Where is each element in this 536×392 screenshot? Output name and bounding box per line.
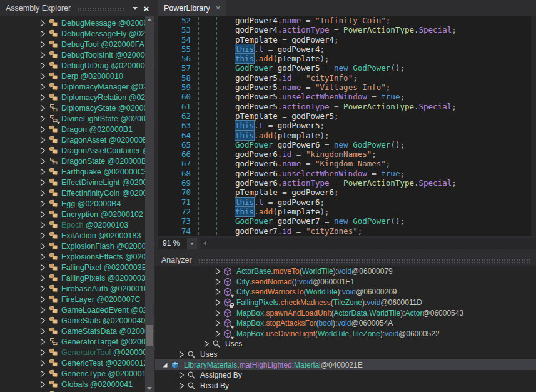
expander-collapsed-icon[interactable] [39,274,46,282]
tree-item-debuguidrag[interactable]: DebugUiDrag @020000FC [0,60,154,71]
expander-collapsed-icon[interactable] [39,243,46,250]
analyzer-row[interactable]: MapBox.spawnAndLoadUnit(ActorData, World… [155,308,536,318]
tree-item-debugmessage[interactable]: DebugMessage @020000F [0,18,154,28]
expander-collapsed-icon[interactable] [178,371,185,379]
code-line-64[interactable]: 64this.add(pTemplate); [158,131,536,140]
code-line-70[interactable]: 70pTemplate = godPower6; [158,188,536,197]
tree-item-egg[interactable]: Egg @020000B4 [0,198,154,209]
expander-collapsed-icon[interactable] [39,30,46,38]
zoom-dropdown-button[interactable] [187,238,197,249]
analyzer-row[interactable]: Assigned By [155,370,536,381]
expander-collapsed-icon[interactable] [39,285,46,293]
tree-item-effectinfinitycoin[interactable]: EffectInfinityCoin @02000 [0,188,154,198]
expander-collapsed-icon[interactable] [214,268,221,275]
expander-collapsed-icon[interactable] [39,232,46,239]
tree-item-diplomacystate[interactable]: DiplomacyState @020000 [0,103,154,113]
expander-collapsed-icon[interactable] [39,370,46,378]
expander-collapsed-icon[interactable] [39,359,46,367]
code-line-58[interactable]: 58godPower5.id = "cityInfo"; [158,73,536,83]
tree-item[interactable] [0,389,154,392]
tree-item-earthquake[interactable]: Earthquake @020000C3 [0,166,154,177]
code-line-66[interactable]: 66godPower6.id = "kingdomNames"; [158,149,536,159]
tree-item-effectdivinelight[interactable]: EffectDivineLight @02000 [0,177,154,188]
analyzer-row[interactable]: ♥MapBox.useDivineLight(WorldTile, TileZo… [155,329,536,339]
code-editor[interactable]: 52godPower4.name = "Infinity Coin";53god… [158,16,536,236]
analyzer-row[interactable]: ♥MapBox.stopAttacksFor(bool) : void @060… [155,318,536,329]
analyzer-header[interactable]: Analyzer [155,254,536,266]
expander-collapsed-icon[interactable] [39,62,46,69]
expander-collapsed-icon[interactable] [214,288,221,296]
tree-item-divinelightstate[interactable]: ♥DivineLightState @020000 [0,113,154,124]
zoom-value[interactable]: 91 % [158,238,187,249]
expander-collapsed-icon[interactable] [39,126,46,133]
expander-collapsed-icon[interactable] [39,168,46,176]
scroll-down-icon[interactable] [147,387,152,390]
code-line-54[interactable]: 54pTemplate = godPower4; [158,35,536,44]
tree-item-encryption[interactable]: Encryption @02000102 [0,209,154,219]
this-reference[interactable]: this [235,121,254,130]
expander-collapsed-icon[interactable] [214,278,221,286]
expander-collapsed-icon[interactable] [39,221,46,229]
expander-collapsed-icon[interactable] [39,200,46,208]
expander-collapsed-icon[interactable] [214,299,221,306]
tree-item-dragonassetcontainer[interactable]: DragonAssetContainer @0 [0,145,154,156]
code-line-69[interactable]: 69godPower6.actionType = PowerActionType… [158,178,536,188]
code-line-68[interactable]: 68godPower6.unselectWhenWindow = true; [158,169,536,178]
expander-collapsed-icon[interactable] [39,306,46,314]
expander-collapsed-icon[interactable] [39,83,46,91]
analyzer-row[interactable]: Uses [155,349,536,360]
expander-collapsed-icon[interactable] [39,136,46,144]
expander-collapsed-icon[interactable] [39,328,46,335]
code-line-52[interactable]: 52godPower4.name = "Infinity Coin"; [158,16,536,25]
this-reference[interactable]: this [235,207,254,216]
analyzer-row[interactable]: City.sendNomad() : void @060001E1 [155,277,536,288]
expander-collapsed-icon[interactable] [178,351,185,358]
code-line-60[interactable]: 60godPower5.unselectWhenWindow = true; [158,92,536,101]
code-line-72[interactable]: 72this.add(pTemplate); [158,207,536,216]
expander-expanded-icon[interactable] [161,361,169,369]
analyzer-row[interactable]: Read By [155,381,536,391]
code-line-57[interactable]: 57GodPower godPower5 = new GodPower(); [158,63,536,73]
this-reference[interactable]: this [235,44,254,54]
tree-scrollbar[interactable] [145,16,154,392]
this-reference[interactable]: this [235,54,254,63]
editor-vertical-scrollbar[interactable] [531,16,536,236]
expander-collapsed-icon[interactable] [39,51,46,59]
analyzer-row[interactable]: LibraryMaterials.matHighLighted : Materi… [155,359,536,370]
this-reference[interactable]: this [235,198,254,207]
zoom-select[interactable]: 91 % [158,238,197,249]
tree-item-dragonasset[interactable]: DragonAsset @020000B3 [0,134,154,145]
code-line-56[interactable]: 56this.add(pTemplate); [158,54,536,63]
scrollbar-thumb[interactable] [146,325,153,346]
tree-item-gamestats[interactable]: GameStats @02000040 [0,315,154,326]
code-line-61[interactable]: 61godPower5.actionType = PowerActionType… [158,102,536,111]
editor-horizontal-scrollbar[interactable] [201,238,536,249]
code-line-55[interactable]: 55this.t = godPower4; [158,44,536,54]
expander-collapsed-icon[interactable] [39,338,46,346]
tree-item-derp[interactable]: Derp @02000010 [0,71,154,81]
tree-item-dragonstate[interactable]: DragonState @020000B0 [0,156,154,166]
analyzer-row[interactable]: ♥City.sendWarriorsTo(WorldTile) : void @… [155,287,536,298]
tree-item-gamestatsdata[interactable]: GameStatsData @0200003 [0,326,154,336]
this-reference[interactable]: this [235,131,254,140]
expander-collapsed-icon[interactable] [39,211,46,218]
tab-close-icon[interactable]: × [216,3,221,13]
expander-collapsed-icon[interactable] [39,296,46,303]
expander-collapsed-icon[interactable] [178,382,185,389]
tree-item-firelayer[interactable]: FireLayer @0200007C [0,294,154,304]
expander-collapsed-icon[interactable] [39,349,46,356]
panel-close-button[interactable]: × [141,3,152,14]
expander-collapsed-icon[interactable] [39,94,46,101]
tree-item-explosionseffects[interactable]: ExplosionsEffects @02000 [0,251,154,262]
panel-menu-button[interactable] [129,3,141,14]
tree-item-debugtool[interactable]: DebugTool @020000FA [0,39,154,49]
expander-collapsed-icon[interactable] [39,147,46,154]
scroll-up-icon[interactable] [147,18,152,21]
tree-item-fallingpixel[interactable]: FallingPixel @0200003B [0,262,154,273]
tree-item-generictype[interactable]: GenericType @02000011 [0,368,154,379]
expander-collapsed-icon[interactable] [39,381,46,388]
tree-item-firebaseauth[interactable]: FirebaseAuth @02000104 [0,283,154,294]
expander-collapsed-icon[interactable] [39,104,46,112]
tree-item-debugtoolsinit[interactable]: DebugToolsInit @020000F [0,49,154,60]
tree-item-exitaction[interactable]: ExitAction @02000183 [0,230,154,241]
